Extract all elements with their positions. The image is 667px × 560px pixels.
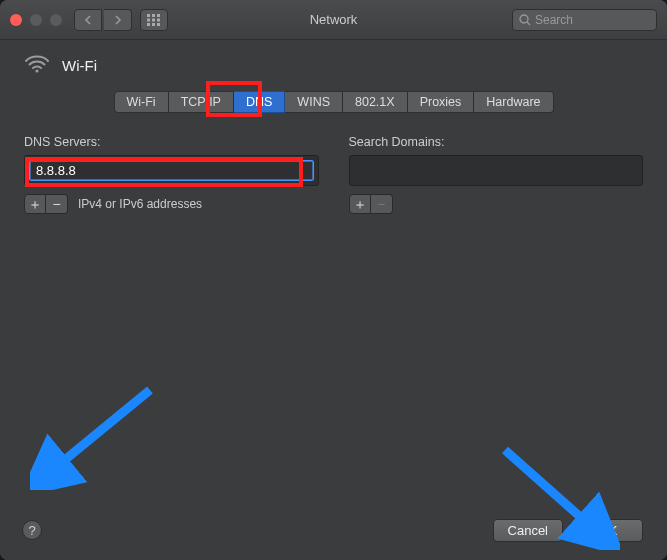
svg-rect-5 <box>157 18 160 21</box>
cancel-button[interactable]: Cancel <box>493 519 563 542</box>
close-window-button[interactable] <box>10 14 22 26</box>
annotation-arrow-add <box>30 380 160 490</box>
tab-tcpip[interactable]: TCP/IP <box>169 91 234 113</box>
search-domains-footer: ＋ − <box>349 194 644 214</box>
heading-row: Wi-Fi <box>24 54 643 77</box>
ok-button[interactable]: OK <box>573 519 643 542</box>
remove-search-domain-button[interactable]: − <box>371 194 393 214</box>
show-all-button[interactable] <box>140 9 168 31</box>
dns-server-entry[interactable]: 8.8.8.8 <box>29 160 314 181</box>
help-button[interactable]: ? <box>22 520 42 540</box>
traffic-lights <box>10 14 62 26</box>
network-preferences-window: Network Wi-Fi Wi-Fi <box>0 0 667 560</box>
tab-proxies[interactable]: Proxies <box>408 91 475 113</box>
tab-hardware[interactable]: Hardware <box>474 91 553 113</box>
add-dns-server-button[interactable]: ＋ <box>24 194 46 214</box>
search-domains-column: Search Domains: ＋ − <box>349 135 644 214</box>
grid-icon <box>147 14 161 26</box>
tab-bar: Wi-Fi TCP/IP DNS WINS 802.1X Proxies Har… <box>24 91 643 113</box>
wifi-icon <box>24 54 50 77</box>
chevron-left-icon <box>84 15 92 25</box>
chevron-right-icon <box>114 15 122 25</box>
svg-rect-6 <box>147 23 150 26</box>
add-search-domain-button[interactable]: ＋ <box>349 194 371 214</box>
dialog-buttons: Cancel OK <box>493 519 643 542</box>
tab-wifi[interactable]: Wi-Fi <box>114 91 169 113</box>
svg-point-11 <box>35 69 38 72</box>
connection-name: Wi-Fi <box>62 57 97 74</box>
svg-rect-4 <box>152 18 155 21</box>
svg-line-13 <box>50 390 150 472</box>
svg-line-15 <box>505 450 595 530</box>
svg-line-10 <box>527 22 530 25</box>
tab-8021x[interactable]: 802.1X <box>343 91 408 113</box>
search-domains-plusminus: ＋ − <box>349 194 393 214</box>
svg-rect-2 <box>157 14 160 17</box>
dns-servers-column: DNS Servers: 8.8.8.8 ＋ − IPv4 or IPv6 ad… <box>24 135 319 214</box>
svg-rect-0 <box>147 14 150 17</box>
search-field-wrap[interactable] <box>512 9 657 31</box>
forward-button[interactable] <box>104 9 132 31</box>
svg-rect-8 <box>157 23 160 26</box>
svg-rect-3 <box>147 18 150 21</box>
search-icon <box>519 14 531 26</box>
content-area: Wi-Fi Wi-Fi TCP/IP DNS WINS 802.1X Proxi… <box>0 40 667 560</box>
back-button[interactable] <box>74 9 102 31</box>
svg-point-9 <box>520 15 528 23</box>
dns-servers-plusminus: ＋ − <box>24 194 68 214</box>
dns-servers-footer: ＋ − IPv4 or IPv6 addresses <box>24 194 319 214</box>
dns-columns: DNS Servers: 8.8.8.8 ＋ − IPv4 or IPv6 ad… <box>24 135 643 214</box>
zoom-window-button[interactable] <box>50 14 62 26</box>
titlebar: Network <box>0 0 667 40</box>
remove-dns-server-button[interactable]: − <box>46 194 68 214</box>
search-domains-list[interactable] <box>349 155 644 186</box>
svg-rect-1 <box>152 14 155 17</box>
tab-wins[interactable]: WINS <box>285 91 343 113</box>
dns-servers-label: DNS Servers: <box>24 135 319 149</box>
tab-dns[interactable]: DNS <box>234 91 285 113</box>
dns-servers-hint: IPv4 or IPv6 addresses <box>78 197 202 211</box>
minimize-window-button[interactable] <box>30 14 42 26</box>
search-domains-label: Search Domains: <box>349 135 644 149</box>
search-input[interactable] <box>535 13 650 27</box>
svg-rect-7 <box>152 23 155 26</box>
dns-servers-list[interactable]: 8.8.8.8 <box>24 155 319 186</box>
nav-buttons <box>74 9 132 31</box>
